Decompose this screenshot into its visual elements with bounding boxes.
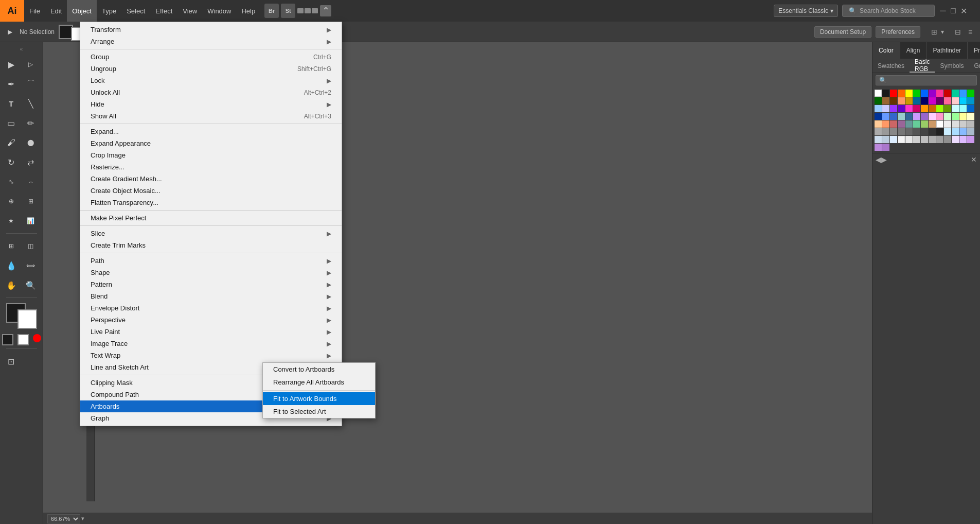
swatch-silver3[interactable] <box>936 136 943 143</box>
width-tool[interactable]: ⊕ <box>2 192 21 211</box>
subtab-gradient[interactable]: Gradient <box>969 59 980 73</box>
swatch-amber[interactable] <box>921 105 928 112</box>
swatch-pale-yellow[interactable] <box>959 113 967 120</box>
swatch-cyan[interactable] <box>959 97 967 104</box>
swatch-olive[interactable] <box>944 105 951 112</box>
swatch-white[interactable] <box>875 90 882 97</box>
menu-item-unlock-all[interactable]: Unlock All Alt+Ctrl+2 <box>80 86 342 98</box>
reflect-tool[interactable]: ⇄ <box>22 153 40 171</box>
document-setup-button[interactable]: Document Setup <box>814 26 871 38</box>
menu-item-expand[interactable]: Expand... <box>80 126 342 137</box>
swatch-gr2[interactable] <box>967 90 974 97</box>
swatch-purple[interactable] <box>929 90 936 97</box>
panel-prev-btn[interactable]: ◀ <box>876 155 881 164</box>
swatch-powder[interactable] <box>875 136 882 143</box>
swatch-periwinkle[interactable] <box>890 113 897 120</box>
menu-item-ungroup[interactable]: Ungroup Shift+Ctrl+G <box>80 63 342 75</box>
rotate-tool[interactable]: ↻ <box>2 153 21 171</box>
swatch-lt-violet[interactable] <box>913 113 920 120</box>
submenu-fit-to-selected-art[interactable]: Fit to Selected Art <box>263 405 375 418</box>
swatch-ice3[interactable] <box>959 128 967 135</box>
menu-file[interactable]: File <box>24 0 45 22</box>
submenu-fit-to-artwork-bounds[interactable]: Fit to Artwork Bounds <box>263 392 375 405</box>
menu-item-hide[interactable]: Hide ▶ <box>80 98 342 110</box>
layout-chevron[interactable]: ▾ <box>941 28 944 36</box>
menu-item-path[interactable]: Path ▶ <box>80 255 342 267</box>
panel-close-btn[interactable]: ✕ <box>971 155 977 164</box>
swatch-white2[interactable] <box>936 120 943 128</box>
menu-item-blend[interactable]: Blend ▶ <box>80 290 342 302</box>
swatch-wisteria[interactable] <box>952 136 959 143</box>
menu-item-rasterize[interactable]: Rasterize... <box>80 161 342 173</box>
swatch-grey-4[interactable] <box>967 120 974 128</box>
swatch-wisteria4[interactable] <box>875 144 882 151</box>
pen-tool[interactable]: ✒ <box>2 75 21 93</box>
swatch-near-white2[interactable] <box>905 136 913 143</box>
swatch-pale-cyan[interactable] <box>959 105 967 112</box>
swatch-wisteria2[interactable] <box>959 136 967 143</box>
zoom-chevron[interactable]: ▾ <box>81 515 84 522</box>
swatch-candy[interactable] <box>936 113 943 120</box>
swatch-grey-13[interactable] <box>936 128 943 135</box>
minimize-button[interactable]: ─ <box>939 7 947 15</box>
swatch-hot-pink[interactable] <box>905 105 913 112</box>
menu-item-transform[interactable]: Transform ▶ <box>80 24 342 36</box>
layout-grid-icon[interactable]: ⊞ <box>929 26 940 38</box>
swatch-slate[interactable] <box>898 113 905 120</box>
arrow-up-icon[interactable]: ⌃ <box>320 5 331 16</box>
swatch-tan[interactable] <box>929 120 936 128</box>
menu-item-group[interactable]: Group Ctrl+G <box>80 51 342 63</box>
swatch-lt-blue[interactable] <box>875 105 882 112</box>
menu-item-slice[interactable]: Slice ▶ <box>80 228 342 239</box>
close-button[interactable]: ✕ <box>959 7 968 15</box>
menu-view[interactable]: View <box>177 0 202 22</box>
free-transform-tool[interactable]: ⊞ <box>22 192 40 211</box>
swatch-seafoam[interactable] <box>913 120 920 128</box>
swatch-brown[interactable] <box>882 97 889 104</box>
swatch-cornflower[interactable] <box>882 113 889 120</box>
menu-item-envelope-distort[interactable]: Envelope Distort ▶ <box>80 302 342 314</box>
eyedropper-tool[interactable]: 💧 <box>2 256 21 275</box>
swatch-grey-5[interactable] <box>875 128 882 135</box>
menu-item-shape[interactable]: Shape ▶ <box>80 267 342 278</box>
swatch-mint[interactable] <box>944 113 951 120</box>
menu-item-crop-image[interactable]: Crop Image <box>80 149 342 161</box>
menu-item-expand-appearance[interactable]: Expand Appearance <box>80 137 342 149</box>
swatch-steel[interactable] <box>905 113 913 120</box>
swatch-yellow[interactable] <box>905 90 913 97</box>
swatch-gold[interactable] <box>905 97 913 104</box>
mesh-tool[interactable]: ⊞ <box>2 237 21 255</box>
list-icon[interactable]: ≡ <box>965 26 976 38</box>
submenu-convert-to-artboards[interactable]: Convert to Artboards <box>263 363 375 376</box>
menu-item-perspective[interactable]: Perspective ▶ <box>80 314 342 326</box>
selection-tool[interactable]: ▶ <box>2 55 21 74</box>
tab-align[interactable]: Align <box>900 42 927 59</box>
panel-next-btn[interactable]: ▶ <box>881 155 887 164</box>
swatch-dk-amber[interactable] <box>929 105 936 112</box>
swatch-green[interactable] <box>913 90 920 97</box>
artboard-tool[interactable]: ⊡ <box>2 352 21 371</box>
swatch-sky[interactable] <box>959 90 967 97</box>
swatch-mist[interactable] <box>967 128 974 135</box>
swatch-black[interactable] <box>882 90 889 97</box>
swatch-wisteria3[interactable] <box>967 136 974 143</box>
swatch-orange[interactable] <box>898 90 905 97</box>
swatch-cadet[interactable] <box>905 120 913 128</box>
menu-select[interactable]: Select <box>121 0 150 22</box>
blob-brush-tool[interactable]: ⬤ <box>22 133 40 152</box>
subtab-swatches[interactable]: Swatches <box>872 59 910 73</box>
swatch-mid-grey[interactable] <box>944 136 951 143</box>
swatch-peach[interactable] <box>898 97 905 104</box>
swatch-rose[interactable] <box>913 105 920 112</box>
menu-item-pattern[interactable]: Pattern ▶ <box>80 278 342 290</box>
menu-item-create-object-mosaic[interactable]: Create Object Mosaic... <box>80 185 342 197</box>
swatch-lime[interactable] <box>936 105 943 112</box>
restore-button[interactable]: □ <box>949 7 957 15</box>
bridge-icon[interactable]: Br <box>264 4 279 18</box>
menu-edit[interactable]: Edit <box>45 0 67 22</box>
swatch-dk-magenta[interactable] <box>936 97 943 104</box>
menu-item-image-trace[interactable]: Image Trace ▶ <box>80 338 342 350</box>
swatch-salmon[interactable] <box>882 120 889 128</box>
menu-window[interactable]: Window <box>202 0 236 22</box>
swatch-silver2[interactable] <box>929 136 936 143</box>
